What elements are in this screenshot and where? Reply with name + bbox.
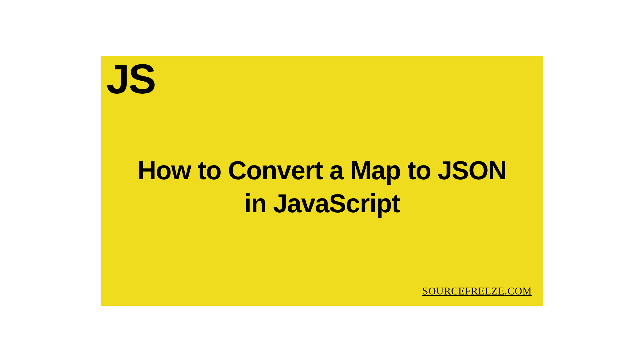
js-logo: JS <box>106 55 155 103</box>
banner-card: JS How to Convert a Map to JSON in JavaS… <box>101 56 543 306</box>
source-link[interactable]: SOURCEFREEZE.COM <box>422 285 532 297</box>
banner-title: How to Convert a Map to JSON in JavaScri… <box>101 154 543 220</box>
